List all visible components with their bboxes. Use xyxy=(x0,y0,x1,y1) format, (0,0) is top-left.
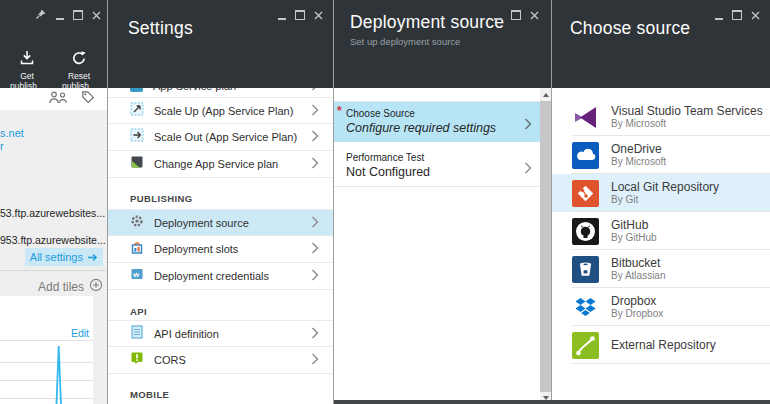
maximize-icon[interactable] xyxy=(732,10,742,20)
choose-source-sublabel: Configure required settings xyxy=(346,121,496,135)
minimize-icon[interactable] xyxy=(56,11,64,20)
choose-source-label: Choose Source xyxy=(346,108,415,119)
source-option-dropbox[interactable]: Dropbox By Dropbox xyxy=(552,288,770,326)
source-option-vsts[interactable]: Visual Studio Team Services By Microsoft xyxy=(552,98,770,136)
chevron-right-icon xyxy=(311,88,319,95)
minimize-icon[interactable] xyxy=(715,11,723,20)
close-icon[interactable] xyxy=(530,6,539,24)
source-option-local-git[interactable]: Local Git Repository By Git xyxy=(552,174,770,212)
triangle-up-icon xyxy=(543,93,549,97)
choose-source-blade: Choose source Visual Studio Team Service… xyxy=(552,0,770,404)
source-option-bitbucket[interactable]: Bitbucket By Atlassian xyxy=(552,250,770,288)
download-icon xyxy=(19,51,35,68)
deployment-slots-icon xyxy=(130,240,144,258)
source-option-publisher: By GitHub xyxy=(611,232,657,244)
minimize-icon[interactable] xyxy=(278,11,286,20)
settings-item-scale-out[interactable]: Scale Out (App Service Plan) xyxy=(108,124,333,151)
settings-item-deployment-source[interactable]: Deployment source xyxy=(108,209,333,236)
api-definition-icon xyxy=(130,325,144,343)
settings-item-change-app-service-plan[interactable]: Change App Service plan xyxy=(108,151,333,178)
chevron-right-icon xyxy=(311,214,319,232)
chevron-right-icon xyxy=(311,155,319,173)
all-settings-label: All settings xyxy=(30,251,83,263)
divider xyxy=(572,363,770,364)
close-icon[interactable] xyxy=(92,6,101,24)
settings-item-label: Scale Up (App Service Plan) xyxy=(154,105,293,117)
source-option-name: Local Git Repository xyxy=(611,180,719,194)
pin-icon[interactable] xyxy=(35,6,47,24)
source-option-github[interactable]: GitHub By GitHub xyxy=(552,212,770,250)
deployment-source-subtitle: Set up deployment source xyxy=(350,36,460,47)
site-url-link[interactable]: s.net xyxy=(0,127,24,139)
maximize-icon[interactable] xyxy=(73,10,83,20)
dropbox-icon xyxy=(572,294,599,321)
settings-item-label: Deployment slots xyxy=(154,243,238,255)
maximize-icon[interactable] xyxy=(511,10,521,20)
tag-icon[interactable] xyxy=(81,90,95,108)
minimize-icon[interactable] xyxy=(494,11,502,20)
gear-icon xyxy=(130,214,144,232)
settings-item-api-definition[interactable]: API definition xyxy=(108,320,333,347)
source-option-publisher: By Atlassian xyxy=(611,270,665,282)
chevron-right-icon xyxy=(311,240,319,258)
chevron-right-icon xyxy=(311,267,319,285)
chevron-right-icon xyxy=(311,102,319,120)
settings-item-scale-up[interactable]: Scale Up (App Service Plan) xyxy=(108,97,333,124)
blade-command-strip xyxy=(0,88,107,111)
settings-item-deployment-credentials[interactable]: Deployment credentials xyxy=(108,263,333,290)
chevron-right-icon xyxy=(311,351,319,369)
visual-studio-icon xyxy=(572,104,599,131)
settings-item-label: API definition xyxy=(154,328,219,340)
external-repository-icon xyxy=(572,332,599,359)
circle-plus-icon xyxy=(89,278,103,296)
required-marker: * xyxy=(337,104,342,118)
performance-test-label: Performance Test xyxy=(346,152,424,163)
source-option-onedrive[interactable]: OneDrive By Microsoft xyxy=(552,136,770,174)
settings-blade-header: Settings xyxy=(108,0,333,88)
settings-item-cors[interactable]: CORS xyxy=(108,347,333,374)
screen-edge-bar xyxy=(334,400,770,404)
performance-test-row[interactable]: Performance Test Not Configured xyxy=(334,146,540,187)
publishing-section-header: PUBLISHING xyxy=(130,193,193,204)
metrics-sparkline xyxy=(0,338,93,404)
scale-up-icon xyxy=(130,102,144,120)
azure-portal: Get publish... Reset publish... xyxy=(0,0,770,404)
close-icon[interactable] xyxy=(751,6,760,24)
webapp-blade-header: Get publish... Reset publish... xyxy=(0,0,107,88)
settings-item-deployment-slots[interactable]: Deployment slots xyxy=(108,236,333,263)
scroll-up-button[interactable] xyxy=(540,88,551,101)
divider xyxy=(0,270,107,271)
people-icon[interactable] xyxy=(47,90,69,108)
ftps-hostname-text: 953.ftp.azurewebsite... xyxy=(0,234,106,246)
reset-publish-button[interactable]: Reset publish... xyxy=(55,50,103,91)
chevron-right-icon xyxy=(311,325,319,343)
all-settings-button[interactable]: All settings xyxy=(25,248,103,266)
webapp-blade: Get publish... Reset publish... xyxy=(0,0,108,404)
github-icon xyxy=(572,218,599,245)
onedrive-icon xyxy=(572,142,599,169)
source-option-external-repository[interactable]: External Repository xyxy=(552,326,770,364)
cors-icon xyxy=(130,351,144,369)
add-tiles-label: Add tiles xyxy=(38,280,84,294)
site-url-link-2[interactable]: r xyxy=(0,140,4,152)
source-option-publisher: By Git xyxy=(611,194,719,206)
settings-item-label: Deployment credentials xyxy=(154,270,269,282)
add-tiles-button[interactable]: Add tiles xyxy=(38,278,103,296)
source-option-name: GitHub xyxy=(611,218,657,232)
source-option-publisher: By Microsoft xyxy=(611,118,763,130)
arrow-right-icon xyxy=(87,248,98,266)
monitoring-tile[interactable]: Edit xyxy=(0,296,93,404)
scale-out-icon xyxy=(130,128,144,146)
get-publish-button[interactable]: Get publish... xyxy=(3,50,51,91)
deployment-credentials-icon xyxy=(130,267,144,285)
choose-source-header: Choose source xyxy=(552,0,770,88)
choose-source-setting-row[interactable]: * Choose Source Configure required setti… xyxy=(334,101,540,142)
git-icon xyxy=(572,180,599,207)
settings-item-label: App Service plan xyxy=(153,88,236,92)
deployment-source-header: Deployment source Set up deployment sour… xyxy=(334,0,551,88)
maximize-icon[interactable] xyxy=(295,10,305,20)
choose-source-title: Choose source xyxy=(570,18,690,39)
close-icon[interactable] xyxy=(314,6,323,24)
settings-item-app-service-plan-clipped[interactable]: App Service plan xyxy=(108,88,333,97)
scrollbar[interactable] xyxy=(540,88,551,404)
